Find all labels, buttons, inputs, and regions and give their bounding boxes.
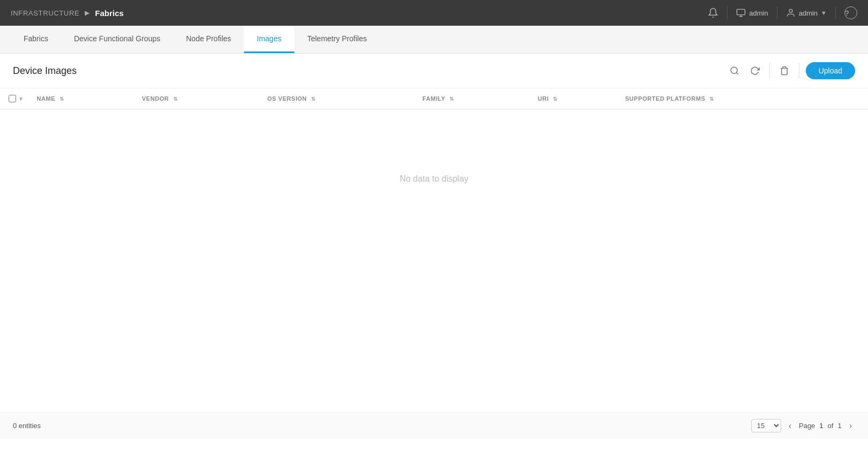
action-divider-2 bbox=[799, 63, 799, 78]
table-footer: 0 entities 15 25 50 100 ‹ Page 1 of 1 › bbox=[0, 413, 868, 438]
col-os-version[interactable]: OS VERSION ⇅ bbox=[258, 88, 414, 109]
sort-name-icon: ⇅ bbox=[60, 96, 64, 102]
entities-count: 0 entities bbox=[13, 422, 41, 430]
svg-rect-0 bbox=[737, 9, 745, 15]
sort-family-icon: ⇅ bbox=[449, 96, 454, 102]
tab-node-profiles[interactable]: Node Profiles bbox=[173, 26, 244, 53]
checkbox-dropdown-arrow[interactable]: ▼ bbox=[18, 96, 24, 102]
next-page-button[interactable]: › bbox=[846, 420, 855, 432]
topbar-admin-label-1: admin bbox=[749, 9, 768, 17]
topbar-brand: INFRASTRUCTURE bbox=[11, 9, 79, 17]
page-title: Device Images bbox=[13, 65, 77, 77]
sort-vendor-icon: ⇅ bbox=[173, 96, 178, 102]
delete-icon[interactable] bbox=[776, 63, 792, 79]
help-icon[interactable]: ? bbox=[844, 6, 857, 19]
sort-os-version-icon: ⇅ bbox=[311, 96, 316, 102]
main-content: Device Images bbox=[0, 54, 868, 438]
topbar-admin-label-2: admin bbox=[799, 9, 818, 17]
current-page: 1 bbox=[819, 422, 823, 430]
select-all-checkbox[interactable] bbox=[9, 95, 16, 102]
col-name[interactable]: NAME ⇅ bbox=[28, 88, 133, 109]
topbar-dropdown-icon: ▼ bbox=[821, 10, 827, 16]
pagination: 15 25 50 100 ‹ Page 1 of 1 › bbox=[751, 419, 855, 432]
topbar-user-account[interactable]: admin ▼ bbox=[786, 8, 827, 18]
tabs-bar: Fabrics Device Functional Groups Node Pr… bbox=[0, 26, 868, 54]
total-pages: 1 bbox=[837, 422, 841, 430]
topbar-divider-2 bbox=[777, 6, 777, 19]
topbar: INFRASTRUCTURE ▶ Fabrics admin adm bbox=[0, 0, 868, 26]
sort-uri-icon: ⇅ bbox=[553, 96, 558, 102]
action-divider bbox=[769, 63, 770, 78]
tab-telemetry-profiles[interactable]: Telemetry Profiles bbox=[294, 26, 380, 53]
content-header: Device Images bbox=[0, 54, 868, 88]
page-label: Page bbox=[799, 422, 815, 430]
topbar-left: INFRASTRUCTURE ▶ Fabrics bbox=[11, 9, 124, 18]
notification-icon[interactable] bbox=[708, 8, 718, 18]
header-actions: Upload bbox=[726, 62, 855, 79]
topbar-user-monitor[interactable]: admin bbox=[736, 8, 768, 18]
tab-fabrics[interactable]: Fabrics bbox=[11, 26, 61, 53]
upload-button[interactable]: Upload bbox=[806, 62, 855, 79]
tab-device-functional-groups[interactable]: Device Functional Groups bbox=[61, 26, 173, 53]
svg-line-5 bbox=[736, 72, 738, 74]
sort-supported-platforms-icon: ⇅ bbox=[709, 96, 714, 102]
of-label: of bbox=[828, 422, 834, 430]
table-container: ▼ NAME ⇅ VENDOR ⇅ OS VERSION ⇅ bbox=[0, 88, 868, 413]
empty-state-row: No data to display bbox=[0, 109, 868, 248]
select-all-col: ▼ bbox=[0, 88, 28, 109]
empty-state: No data to display bbox=[0, 110, 868, 248]
topbar-title: Fabrics bbox=[95, 9, 123, 18]
col-uri[interactable]: URI ⇅ bbox=[529, 88, 617, 109]
refresh-icon[interactable] bbox=[747, 63, 763, 79]
topbar-chevron: ▶ bbox=[85, 9, 90, 17]
images-table: ▼ NAME ⇅ VENDOR ⇅ OS VERSION ⇅ bbox=[0, 88, 868, 248]
topbar-divider-1 bbox=[727, 6, 728, 19]
col-supported-platforms[interactable]: SUPPORTED PLATFORMS ⇅ bbox=[617, 88, 868, 109]
col-family[interactable]: FAMILY ⇅ bbox=[414, 88, 529, 109]
table-header-row: ▼ NAME ⇅ VENDOR ⇅ OS VERSION ⇅ bbox=[0, 88, 868, 109]
page-size-select[interactable]: 15 25 50 100 bbox=[751, 419, 781, 432]
search-icon[interactable] bbox=[726, 63, 743, 79]
col-vendor[interactable]: VENDOR ⇅ bbox=[133, 88, 259, 109]
tab-images[interactable]: Images bbox=[244, 26, 294, 53]
topbar-right: admin admin ▼ ? bbox=[708, 6, 857, 19]
svg-point-4 bbox=[731, 67, 737, 73]
topbar-divider-3 bbox=[835, 6, 836, 19]
svg-point-3 bbox=[789, 9, 792, 12]
prev-page-button[interactable]: ‹ bbox=[785, 420, 795, 432]
